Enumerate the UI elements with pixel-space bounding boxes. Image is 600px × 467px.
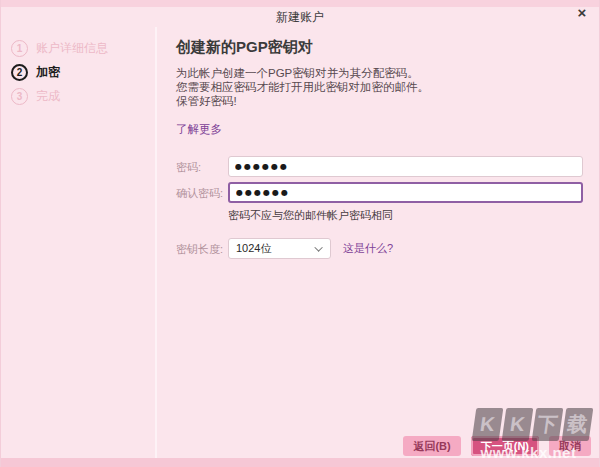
new-account-dialog: 新建账户 × 1 账户详细信息 2 加密 3 完成 创建新的PGP密钥对 为此帐…: [0, 0, 600, 467]
pgp-form: 密码: 确认密码: 密码不应与您的邮件帐户密码相同 密钥长度: 1024位 这是…: [176, 156, 583, 259]
next-button[interactable]: 下一页(N): [471, 436, 539, 456]
password-label: 密码:: [176, 159, 228, 175]
password-note: 密码不应与您的邮件帐户密码相同: [228, 208, 583, 223]
description-line: 保管好密码!: [176, 94, 583, 108]
key-length-select[interactable]: 1024位: [228, 238, 331, 259]
key-length-value: 1024位: [236, 241, 271, 256]
confirm-password-row: 确认密码:: [176, 182, 583, 203]
description-line: 您需要相应密码才能打开用此密钥对加密的邮件。: [176, 80, 583, 94]
bottom-accent-strip: [1, 458, 599, 467]
cancel-button[interactable]: 取消: [549, 436, 591, 456]
password-input[interactable]: [228, 156, 583, 177]
key-length-row: 密钥长度: 1024位 这是什么?: [176, 238, 583, 259]
description: 为此帐户创建一个PGP密钥对并为其分配密码。 您需要相应密码才能打开用此密钥对加…: [176, 66, 583, 108]
step-encryption: 2 加密: [1, 60, 155, 84]
window-title: 新建账户: [276, 9, 324, 26]
step-1-label: 账户详细信息: [36, 40, 108, 57]
step-3-circle: 3: [11, 88, 28, 105]
what-is-this-link[interactable]: 这是什么?: [343, 241, 393, 256]
step-1-circle: 1: [11, 40, 28, 57]
step-account-details: 1 账户详细信息: [1, 36, 155, 60]
close-icon[interactable]: ×: [573, 3, 591, 21]
back-button[interactable]: 返回(B): [403, 436, 460, 456]
step-2-circle: 2: [11, 64, 28, 81]
confirm-password-label: 确认密码:: [176, 185, 228, 201]
chevron-down-icon: [314, 243, 322, 251]
password-row: 密码:: [176, 156, 583, 177]
key-length-label: 密钥长度:: [176, 241, 228, 257]
titlebar: 新建账户: [1, 7, 599, 27]
step-2-label: 加密: [36, 64, 60, 81]
titlebar-accent-strip: [1, 0, 599, 7]
step-3-label: 完成: [36, 88, 60, 105]
learn-more-link[interactable]: 了解更多: [176, 122, 222, 137]
step-complete: 3 完成: [1, 84, 155, 108]
main-content: 创建新的PGP密钥对 为此帐户创建一个PGP密钥对并为其分配密码。 您需要相应密…: [176, 27, 583, 264]
confirm-password-input[interactable]: [228, 182, 583, 203]
wizard-steps-sidebar: 1 账户详细信息 2 加密 3 完成: [1, 27, 157, 467]
description-line: 为此帐户创建一个PGP密钥对并为其分配密码。: [176, 66, 583, 80]
page-title: 创建新的PGP密钥对: [176, 38, 583, 57]
dialog-footer: 返回(B) 下一页(N) 取消: [403, 436, 591, 456]
